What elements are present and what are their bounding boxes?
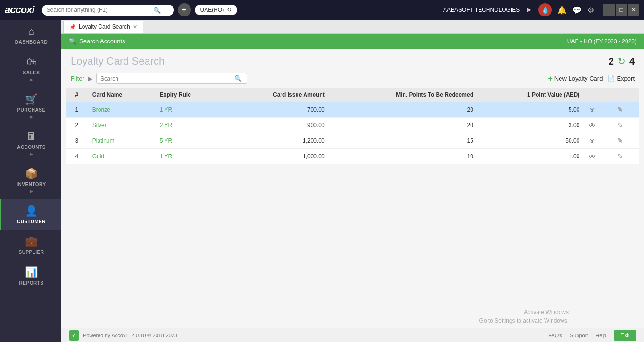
cell-point-value: 3.00 <box>478 118 584 133</box>
edit-button[interactable]: ✎ <box>617 121 623 130</box>
restore-button[interactable]: □ <box>616 4 627 16</box>
company-name: AABASOFT TECHNOLOGIES <box>443 7 520 13</box>
cell-expiry-rule: 5 YR <box>155 133 225 149</box>
close-button[interactable]: ✕ <box>628 4 639 16</box>
cell-min-points: 20 <box>330 102 478 118</box>
activate-windows-msg: Activate Windows Go to Settings to activ… <box>479 308 569 325</box>
support-link[interactable]: Support <box>570 333 588 338</box>
table-wrap: # Card Name Expiry Rule Card Issue Amoun… <box>61 88 644 328</box>
activate-line2: Go to Settings to activate Windows. <box>479 317 569 325</box>
table-row[interactable]: 2 Silver 2 YR 900.00 20 3.00 👁 ✎ <box>66 118 639 133</box>
top-bar: accoxi 🔍 + UAE(HO) ↻ AABASOFT TECHNOLOGI… <box>0 0 644 20</box>
exit-button[interactable]: Exit <box>614 330 636 341</box>
sidebar-label-supplier: SUPPLIER <box>18 250 44 255</box>
sidebar-item-purchase[interactable]: 🛒 PURCHASE ▶ <box>0 88 61 125</box>
table-row[interactable]: 3 Platinum 5 YR 1,200.00 15 50.00 👁 ✎ <box>66 133 639 149</box>
cell-min-points: 15 <box>330 133 478 149</box>
chat-icon[interactable]: 💬 <box>572 6 582 15</box>
global-search-icon: 🔍 <box>153 7 161 14</box>
sidebar-item-sales[interactable]: 🛍 SALES ▶ <box>0 50 61 88</box>
table-row[interactable]: 1 Bronze 1 YR 700.00 20 5.00 👁 ✎ <box>66 102 639 118</box>
main-layout: ⌂ DASHBOARD 🛍 SALES ▶ 🛒 PURCHASE ▶ 🖩 ACC… <box>0 20 644 342</box>
user-avatar[interactable]: 💧 <box>538 3 552 16</box>
view-button[interactable]: 👁 <box>589 106 596 114</box>
cell-view-action[interactable]: 👁 <box>584 102 612 118</box>
col-num: # <box>66 88 88 102</box>
customer-icon: 👤 <box>25 205 38 217</box>
view-button[interactable]: 👁 <box>589 122 596 130</box>
sidebar-item-inventory[interactable]: 📦 INVENTORY ▶ <box>0 162 61 199</box>
footer-right: FAQ's Support Help Exit <box>548 330 636 341</box>
minimize-button[interactable]: ─ <box>603 4 615 16</box>
cell-issue-amount: 1,200.00 <box>224 133 329 149</box>
sidebar-item-supplier[interactable]: 💼 SUPPLIER <box>0 230 61 261</box>
purchase-icon: 🛒 <box>25 93 38 106</box>
cell-point-value: 5.00 <box>478 102 584 118</box>
settings-icon[interactable]: ⚙ <box>587 6 594 15</box>
sidebar-item-customer[interactable]: 👤 CUSTOMER <box>0 199 61 230</box>
cell-issue-amount: 1,000.00 <box>224 149 329 164</box>
cell-card-name[interactable]: Gold <box>88 149 155 164</box>
inventory-arrow-icon: ▶ <box>30 189 33 194</box>
cell-card-name[interactable]: Silver <box>88 118 155 133</box>
top-right-area: AABASOFT TECHNOLOGIES ► 💧 🔔 💬 ⚙ ─ □ ✕ <box>443 3 639 16</box>
global-search-input[interactable] <box>47 7 150 13</box>
cell-edit-action[interactable]: ✎ <box>612 149 639 164</box>
export-label: Export <box>617 75 635 82</box>
tab-loyalty-card-search[interactable]: 📌 Loyalty Card Search ✕ <box>63 21 143 33</box>
filter-label[interactable]: Filter <box>71 75 84 82</box>
region-refresh-icon: ↻ <box>227 7 231 13</box>
footer: ✓ Powered by Accoxi - 2.0.10 © 2018-2023… <box>61 328 644 342</box>
activate-line1: Activate Windows <box>479 308 569 317</box>
green-header-right: UAE - HO (FY 2023 - 2023) <box>567 38 636 45</box>
add-button[interactable]: + <box>178 3 191 16</box>
arrow-icon[interactable]: ► <box>525 6 533 14</box>
new-loyalty-card-button[interactable]: + New Loyalty Card <box>548 74 603 83</box>
cell-edit-action[interactable]: ✎ <box>612 133 639 149</box>
accounts-icon: 🖩 <box>26 130 37 143</box>
cell-num: 3 <box>66 133 88 149</box>
global-search-bar[interactable]: 🔍 <box>42 5 174 16</box>
filter-input-wrap[interactable]: 🔍 <box>96 73 247 84</box>
cell-num: 2 <box>66 118 88 133</box>
cell-card-name[interactable]: Bronze <box>88 102 155 118</box>
cell-view-action[interactable]: 👁 <box>584 118 612 133</box>
view-button[interactable]: 👁 <box>589 153 596 161</box>
tab-pin-icon[interactable]: 📌 <box>69 24 76 30</box>
view-button[interactable]: 👁 <box>589 137 596 145</box>
col-expiry-rule: Expiry Rule <box>155 88 225 102</box>
filter-arrow-icon[interactable]: ▶ <box>88 75 92 82</box>
cell-card-name[interactable]: Platinum <box>88 133 155 149</box>
green-header: 🔍 Search Accounts UAE - HO (FY 2023 - 20… <box>61 34 644 49</box>
sidebar-label-sales: SALES <box>23 70 40 75</box>
sales-icon: 🛍 <box>26 56 37 68</box>
filter-input[interactable] <box>100 75 232 82</box>
sidebar-item-reports[interactable]: 📊 REPORTS <box>0 261 61 291</box>
sidebar-item-dashboard[interactable]: ⌂ DASHBOARD <box>0 20 61 50</box>
cell-view-action[interactable]: 👁 <box>584 133 612 149</box>
faqs-link[interactable]: FAQ's <box>548 333 562 338</box>
bell-icon[interactable]: 🔔 <box>557 6 567 15</box>
cell-expiry-rule: 2 YR <box>155 118 225 133</box>
cell-num: 1 <box>66 102 88 118</box>
supplier-icon: 💼 <box>25 236 38 248</box>
export-icon: 📄 <box>607 75 615 82</box>
table-header-row: # Card Name Expiry Rule Card Issue Amoun… <box>66 88 639 102</box>
help-link[interactable]: Help <box>595 333 606 338</box>
refresh-button[interactable]: ↻ <box>618 56 626 67</box>
sidebar: ⌂ DASHBOARD 🛍 SALES ▶ 🛒 PURCHASE ▶ 🖩 ACC… <box>0 20 61 342</box>
cell-edit-action[interactable]: ✎ <box>612 102 639 118</box>
tab-close-icon[interactable]: ✕ <box>133 24 137 30</box>
export-button[interactable]: 📄 Export <box>607 75 635 82</box>
region-button[interactable]: UAE(HO) ↻ <box>195 5 238 15</box>
purchase-arrow-icon: ▶ <box>30 114 33 119</box>
loyalty-cards-table: # Card Name Expiry Rule Card Issue Amoun… <box>66 88 639 164</box>
edit-button[interactable]: ✎ <box>617 152 623 161</box>
cell-view-action[interactable]: 👁 <box>584 149 612 164</box>
edit-button[interactable]: ✎ <box>617 106 623 114</box>
edit-button[interactable]: ✎ <box>617 137 623 145</box>
filter-search-icon[interactable]: 🔍 <box>234 75 242 82</box>
table-row[interactable]: 4 Gold 1 YR 1,000.00 10 1.00 👁 ✎ <box>66 149 639 164</box>
cell-edit-action[interactable]: ✎ <box>612 118 639 133</box>
sidebar-item-accounts[interactable]: 🖩 ACCOUNTS ▶ <box>0 125 61 162</box>
